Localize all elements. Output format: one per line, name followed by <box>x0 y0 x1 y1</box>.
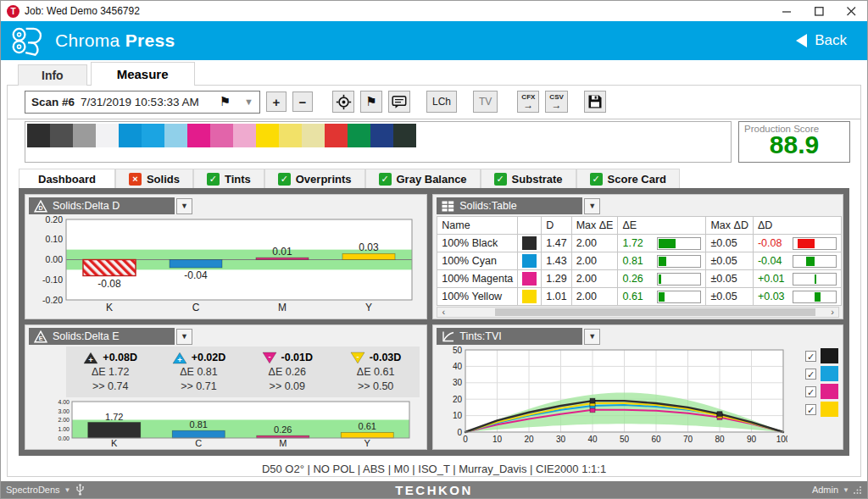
cell-swatch <box>518 270 542 288</box>
color-patch[interactable] <box>27 124 50 147</box>
svg-text:-: - <box>268 352 270 361</box>
delta-e-label: ΔE 1.72 <box>66 365 154 380</box>
add-scan-button[interactable]: + <box>266 91 287 112</box>
footer-bar: TECHKON SpectroDens ▼ Admin ▼ <box>1 481 867 498</box>
cell-delta-e: 0.26 <box>618 270 706 288</box>
delta-d-value: -0.08 <box>758 237 788 249</box>
remove-scan-button[interactable]: − <box>292 91 313 112</box>
dashboard-tab-gray-balance[interactable]: ✓Gray Balance <box>365 169 481 188</box>
color-patch[interactable] <box>210 124 233 147</box>
check-icon: ✓ <box>278 173 291 186</box>
legend-item <box>805 402 838 417</box>
chevron-down-icon: ▼ <box>588 332 596 341</box>
legend-checkbox[interactable] <box>805 404 816 415</box>
table-row[interactable]: 100% Magenta1.292.000.26±0.05+0.01 <box>437 270 842 288</box>
legend-checkbox[interactable] <box>805 369 816 380</box>
dashboard-tab-overprints[interactable]: ✓Overprints <box>264 169 365 188</box>
tab-info[interactable]: Info <box>18 64 87 86</box>
delta-e-value: 1.72 <box>622 237 653 249</box>
panel-menu-button[interactable]: ▼ <box>584 198 600 214</box>
color-patch[interactable] <box>325 124 348 147</box>
close-button[interactable] <box>835 1 867 21</box>
svg-text:0: 0 <box>458 428 463 437</box>
dashboard-tab-score-card[interactable]: ✓Score Card <box>576 169 680 188</box>
panel-title: Solids:Table <box>459 200 516 212</box>
table-row[interactable]: 100% Black1.472.001.72±0.05-0.08 <box>437 235 842 252</box>
svg-text:M: M <box>279 438 287 448</box>
scroll-right-icon[interactable]: › <box>826 308 838 317</box>
scrollbar-track[interactable] <box>449 308 826 317</box>
svg-text:Y: Y <box>364 438 370 448</box>
color-patch[interactable] <box>119 124 142 147</box>
color-patch[interactable] <box>73 124 96 147</box>
flag-button[interactable]: ⚑ <box>360 91 382 113</box>
tv-button[interactable]: TV <box>473 91 498 113</box>
legend-checkbox[interactable] <box>805 386 816 397</box>
minimize-button[interactable] <box>771 1 803 21</box>
tab-measure[interactable]: Measure <box>91 62 195 86</box>
table-scrollbar[interactable]: ‹ › <box>437 307 839 318</box>
color-patch[interactable] <box>96 124 119 147</box>
table-row[interactable]: 100% Cyan1.432.000.81±0.05-0.04 <box>437 252 842 270</box>
scrollbar-thumb[interactable] <box>495 308 815 316</box>
delta-d-label: -0.03D <box>370 351 402 365</box>
line-chart-icon <box>442 330 454 342</box>
lch-button[interactable]: LCh <box>426 91 457 113</box>
cell-max-delta-e: 2.00 <box>571 288 618 306</box>
dashboard-tab-tints[interactable]: ✓Tints <box>193 169 264 188</box>
svg-text:-0.08: -0.08 <box>97 278 121 290</box>
panel-menu-button[interactable]: ▼ <box>584 329 600 345</box>
svg-text:50: 50 <box>620 435 630 444</box>
svg-text:D: D <box>38 205 42 211</box>
color-patch[interactable] <box>348 124 370 147</box>
color-patch[interactable] <box>256 124 279 147</box>
panel-solids-delta-d: D Solids:Delta D ▼ 0.200.100.00-0.10-0.2… <box>25 194 427 319</box>
back-button[interactable]: Back <box>796 32 847 49</box>
delta-e-summary: ++0.08DΔE 1.72>> 0.74++0.02DΔE 0.81>> 0.… <box>66 347 420 397</box>
cfx-export-button[interactable]: CFX → <box>517 91 539 113</box>
svg-text:10: 10 <box>453 411 463 420</box>
scan-select[interactable]: Scan #6 7/31/2019 10:53:33 AM ⚑ ▼ <box>25 91 260 114</box>
color-patch[interactable] <box>279 124 302 147</box>
delta-d-label: +0.02D <box>192 351 226 365</box>
cell-density: 1.47 <box>542 235 571 252</box>
table-row[interactable]: 100% Yellow1.012.000.61±0.05+0.03 <box>437 288 842 306</box>
dashboard-grid: D Solids:Delta D ▼ 0.200.100.00-0.10-0.2… <box>19 188 849 456</box>
table-icon <box>442 201 454 212</box>
color-patch[interactable] <box>187 124 210 147</box>
scroll-left-icon[interactable]: ‹ <box>437 308 449 317</box>
legend-item <box>805 384 838 399</box>
color-patch[interactable] <box>233 124 256 147</box>
triangle-down-icon: - <box>262 352 277 364</box>
csv-export-button[interactable]: CSV → <box>545 91 567 113</box>
cell-delta-d: +0.03 <box>753 288 841 306</box>
svg-text:0.81: 0.81 <box>189 419 207 430</box>
color-patch[interactable] <box>50 124 73 147</box>
svg-text:80: 80 <box>715 435 726 444</box>
panel-menu-button[interactable]: ▼ <box>176 198 192 214</box>
color-patch[interactable] <box>370 124 393 147</box>
color-patch[interactable] <box>164 124 187 147</box>
dashboard-tab-label: Dashboard <box>38 173 96 186</box>
maximize-button[interactable] <box>803 1 835 21</box>
cell-max-delta-d: ±0.05 <box>706 270 753 288</box>
panel-menu-button[interactable]: ▼ <box>176 329 192 345</box>
legend-item <box>805 348 838 363</box>
production-score-value: 88.9 <box>744 132 844 158</box>
resize-grip-icon[interactable] <box>854 485 862 494</box>
dashboard-tab-substrate[interactable]: ✓Substrate <box>481 169 576 188</box>
dashboard-tab-dashboard[interactable]: Dashboard <box>19 169 115 188</box>
legend-checkbox[interactable] <box>805 351 816 362</box>
dashboard-tab-solids[interactable]: ×Solids <box>115 169 193 188</box>
color-patch[interactable] <box>393 124 416 147</box>
target-button[interactable] <box>332 91 354 113</box>
svg-text:1.72: 1.72 <box>105 411 123 421</box>
comment-button[interactable] <box>388 91 410 113</box>
color-patch[interactable] <box>142 124 164 147</box>
device-selector[interactable]: SpectroDens <box>6 485 60 495</box>
user-menu[interactable]: Admin <box>812 485 838 495</box>
color-patch[interactable] <box>302 124 325 147</box>
column-header: Max ΔD <box>706 217 753 235</box>
save-button[interactable] <box>584 91 606 113</box>
delta-e-value: 0.26 <box>622 273 653 285</box>
